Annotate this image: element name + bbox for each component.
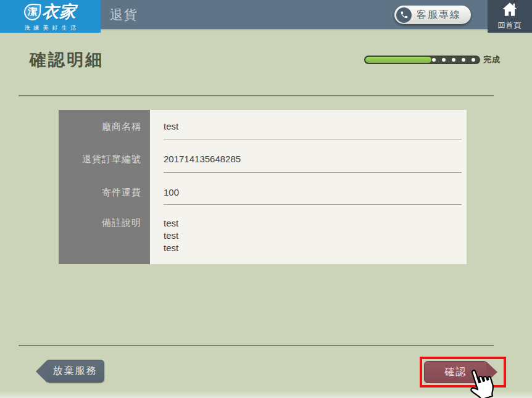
progress-fill xyxy=(365,57,431,63)
hotline-label: 客服專線 xyxy=(417,9,461,22)
home-button-label: 回首頁 xyxy=(498,20,522,31)
field-value: test test test xyxy=(150,208,467,264)
field-label: 備註說明 xyxy=(59,208,150,264)
form-row-vendor-name: 廠商名稱 test xyxy=(59,110,467,143)
hotline-button[interactable]: 客服專線 xyxy=(394,6,471,24)
home-button[interactable]: 回首頁 xyxy=(488,0,532,33)
progress-complete-label: 完成 xyxy=(483,54,501,65)
brand-logo-text: 潔 衣家 xyxy=(24,1,77,23)
detail-form: 廠商名稱 test 退貨訂單編號 201714135648285 寄件運費 10… xyxy=(59,110,467,264)
field-value: test xyxy=(150,110,467,143)
field-value: 201714135648285 xyxy=(150,143,467,176)
step-dot xyxy=(452,58,455,62)
field-value: 100 xyxy=(150,176,467,208)
form-row-return-order-number: 退貨訂單編號 201714135648285 xyxy=(59,143,467,176)
page-title: 退貨 xyxy=(110,0,138,29)
field-underline xyxy=(164,172,462,173)
field-underline xyxy=(164,139,462,139)
step-dot xyxy=(472,58,475,62)
step-dot xyxy=(462,58,465,62)
progress-step-dots xyxy=(432,57,475,63)
brand-logo[interactable]: 潔 衣家 洗練美好生活 xyxy=(0,0,101,33)
field-label: 廠商名稱 xyxy=(59,110,150,143)
step-dot xyxy=(442,58,446,62)
page-heading: 確認明細 xyxy=(30,49,104,71)
confirm-button[interactable]: 確認 xyxy=(424,361,488,383)
remark-line: test xyxy=(164,217,460,230)
field-underline xyxy=(164,204,462,205)
remark-line: test xyxy=(164,230,460,242)
step-dot xyxy=(432,58,436,62)
field-label: 退貨訂單編號 xyxy=(59,143,150,176)
progress-indicator: 完成 xyxy=(364,54,501,65)
progress-bar xyxy=(364,56,480,64)
field-label: 寄件運費 xyxy=(59,176,150,208)
brand-tagline: 洗練美好生活 xyxy=(21,24,80,32)
form-row-remarks: 備註說明 test test test xyxy=(59,208,467,264)
abandon-service-button[interactable]: 放棄服務 xyxy=(46,360,104,383)
form-row-shipping-fee: 寄件運費 100 xyxy=(59,176,467,208)
top-divider xyxy=(19,95,494,96)
bottom-fade xyxy=(0,391,532,398)
bottom-divider xyxy=(19,345,494,346)
leaf-drop-icon: 潔 xyxy=(23,3,41,20)
remark-line: test xyxy=(164,242,460,254)
home-icon xyxy=(502,2,518,19)
kiosk-screen: 退貨 客服專線 潔 衣家 洗練美好生活 回首頁 確認明細 xyxy=(0,0,532,398)
phone-icon xyxy=(396,7,412,23)
